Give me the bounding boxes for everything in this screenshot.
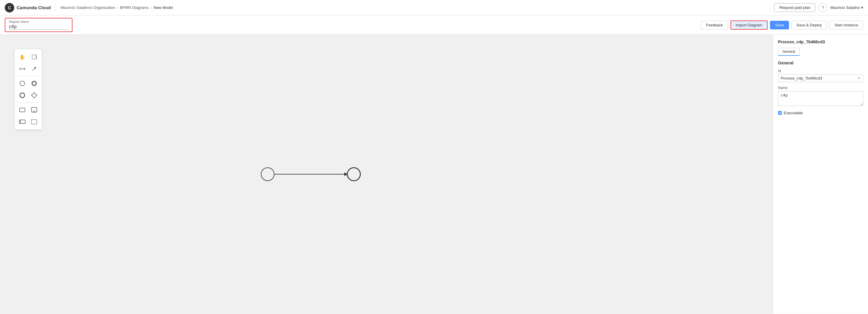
- process-id-title: Process_c4p_7b466cd3: [778, 39, 863, 44]
- pool-tool[interactable]: [17, 116, 28, 127]
- svg-point-21: [347, 168, 360, 181]
- connect-tool[interactable]: [29, 64, 39, 74]
- space-tool[interactable]: [17, 64, 28, 74]
- id-field-wrapper: ✕: [778, 74, 863, 82]
- diagram-name-input[interactable]: [9, 24, 68, 30]
- main-area: ✋: [0, 35, 868, 314]
- name-label: Name: [778, 86, 863, 90]
- lasso-tool[interactable]: [29, 51, 39, 62]
- id-clear-button[interactable]: ✕: [857, 76, 861, 80]
- breadcrumb-section[interactable]: BPMN Diagrams: [120, 5, 149, 10]
- breadcrumb-sep2: ›: [151, 5, 152, 10]
- diagram-name-label: Diagram Name: [9, 20, 68, 24]
- executable-checkbox[interactable]: [778, 111, 782, 115]
- request-paid-plan-button[interactable]: Request paid plan: [774, 3, 815, 12]
- id-field[interactable]: [781, 76, 852, 80]
- logo-area[interactable]: C Camunda Cloud: [5, 3, 51, 12]
- start-instance-button[interactable]: Start Instance: [829, 21, 863, 29]
- group-tool[interactable]: [29, 116, 39, 127]
- header: C Camunda Cloud Mauricio Salatinos Organ…: [0, 0, 868, 15]
- toolbar: Diagram Name Feedback Import Diagram Sav…: [0, 15, 868, 35]
- diagram-name-box: Diagram Name: [5, 18, 72, 32]
- user-chevron-icon: ▾: [861, 5, 863, 10]
- right-panel: Process_c4p_7b466cd3 General General Id …: [773, 35, 868, 314]
- panel-tabs: General: [778, 48, 863, 56]
- name-field[interactable]: c4p: [778, 91, 863, 106]
- svg-rect-17: [31, 119, 37, 124]
- breadcrumb-org[interactable]: Mauricio Salatinos Organization: [61, 5, 115, 10]
- intermediate-event-tool[interactable]: [29, 78, 39, 89]
- svg-point-9: [32, 82, 36, 85]
- toolbar-actions: Feedback Import Diagram Save Save & Depl…: [701, 21, 863, 30]
- general-tab[interactable]: General: [778, 48, 800, 56]
- executable-row: Executable: [778, 111, 863, 115]
- breadcrumb: Mauricio Salatinos Organization › BPMN D…: [61, 5, 173, 10]
- header-divider: [56, 4, 56, 12]
- section-title: General: [778, 61, 863, 65]
- svg-rect-13: [31, 107, 37, 112]
- app-name: Camunda Cloud: [17, 5, 51, 10]
- svg-rect-12: [20, 108, 25, 112]
- tool-palette: ✋: [14, 49, 42, 130]
- breadcrumb-sep1: ›: [117, 5, 118, 10]
- svg-point-18: [261, 168, 274, 181]
- svg-rect-15: [19, 120, 25, 124]
- subprocess-tool[interactable]: [29, 104, 39, 115]
- bpmn-diagram[interactable]: [256, 162, 363, 186]
- import-diagram-button[interactable]: Import Diagram: [731, 21, 768, 30]
- feedback-button[interactable]: Feedback: [701, 21, 728, 29]
- canvas-area[interactable]: ✋: [0, 35, 773, 314]
- end-event-tool[interactable]: [17, 90, 28, 101]
- executable-label: Executable: [784, 111, 803, 115]
- camunda-logo: C: [5, 3, 14, 12]
- svg-rect-0: [32, 55, 36, 59]
- save-deploy-button[interactable]: Save & Deploy: [792, 21, 827, 29]
- help-button[interactable]: ?: [818, 3, 827, 12]
- id-label: Id: [778, 69, 863, 73]
- breadcrumb-current: New Model: [154, 5, 173, 10]
- gateway-tool[interactable]: [29, 90, 39, 101]
- header-actions: Request paid plan ? Mauricio Salatino ▾: [774, 3, 863, 12]
- hand-tool[interactable]: ✋: [17, 51, 28, 62]
- user-name: Mauricio Salatino: [830, 5, 860, 10]
- start-event-tool[interactable]: [17, 78, 28, 89]
- svg-point-7: [20, 81, 25, 86]
- svg-point-10: [20, 93, 25, 98]
- task-tool[interactable]: [17, 104, 28, 115]
- svg-marker-11: [31, 93, 37, 98]
- save-button[interactable]: Save: [770, 21, 789, 29]
- user-menu[interactable]: Mauricio Salatino ▾: [830, 5, 863, 10]
